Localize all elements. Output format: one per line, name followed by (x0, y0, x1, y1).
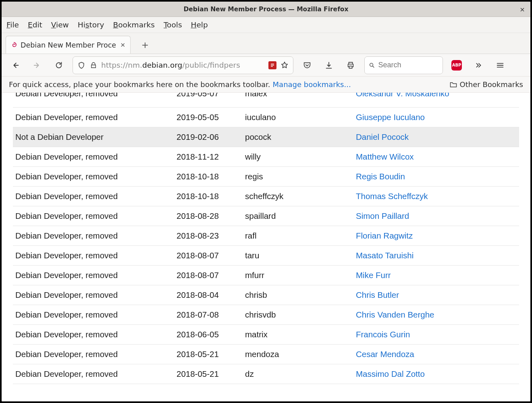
cell-uid: pocock (243, 127, 353, 147)
tab-active[interactable]: Debian New Member Proce ✕ (6, 36, 131, 54)
cell-status: Debian Developer, removed (13, 147, 174, 167)
overflow-button[interactable] (470, 57, 486, 73)
reload-button[interactable] (51, 57, 67, 73)
members-table: Debian Developer, removed2019-05-07malex… (13, 93, 519, 384)
downloads-button[interactable] (321, 57, 337, 73)
manage-bookmarks-link[interactable]: Manage bookmarks... (273, 80, 351, 89)
person-link[interactable]: Giuseppe Iuculano (356, 112, 425, 122)
person-link[interactable]: Mike Furr (356, 270, 391, 280)
table-row: Debian Developer, removed2019-05-07malex… (13, 93, 519, 108)
cell-uid: chrisb (243, 285, 353, 305)
folder-icon (449, 81, 457, 89)
cell-date: 2018-05-21 (174, 364, 243, 384)
svg-point-3 (370, 63, 373, 66)
cell-name: Cesar Mendoza (353, 345, 519, 364)
person-link[interactable]: Massimo Dal Zotto (356, 369, 425, 378)
app-menu-button[interactable] (492, 57, 508, 73)
person-link[interactable]: Cesar Mendoza (356, 349, 414, 359)
cell-uid: regis (243, 167, 353, 187)
cell-status: Debian Developer, removed (13, 246, 174, 266)
cell-name: Thomas Scheffczyk (353, 187, 519, 206)
cell-uid: iuculano (243, 108, 353, 127)
person-link[interactable]: Florian Ragwitz (356, 231, 413, 240)
search-icon (369, 62, 375, 69)
menu-view[interactable]: View (51, 21, 69, 29)
menubar: File Edit View History Bookmarks Tools H… (2, 17, 530, 33)
new-tab-button[interactable]: + (138, 37, 152, 52)
person-link[interactable]: Chris Vanden Berghe (356, 310, 434, 319)
svg-rect-1 (271, 65, 274, 66)
cell-name: Chris Vanden Berghe (353, 305, 519, 325)
window-titlebar: Debian New Member Process — Mozilla Fire… (2, 2, 530, 17)
search-bar[interactable] (364, 56, 443, 74)
other-bookmarks-button[interactable]: Other Bookmarks (449, 80, 523, 89)
menu-bookmarks[interactable]: Bookmarks (113, 21, 155, 29)
cell-date: 2018-08-23 (174, 226, 243, 246)
cell-date: 2019-02-06 (174, 127, 243, 147)
back-button[interactable] (7, 57, 23, 73)
chevrons-right-icon (474, 61, 483, 70)
person-link[interactable]: Thomas Scheffczyk (356, 191, 428, 201)
table-row: Debian Developer, removed2018-08-04chris… (13, 285, 519, 305)
cell-name: Florian Ragwitz (353, 226, 519, 246)
print-button[interactable] (343, 57, 359, 73)
person-link[interactable]: Francois Gurin (356, 330, 410, 339)
table-row: Debian Developer, removed2018-11-12willy… (13, 147, 519, 167)
menu-tools[interactable]: Tools (164, 21, 182, 29)
pocket-button[interactable] (299, 57, 315, 73)
person-link[interactable]: Simon Paillard (356, 211, 409, 220)
window-close-button[interactable]: × (518, 5, 526, 13)
reader-mode-icon[interactable] (268, 61, 277, 70)
cell-uid: taru (243, 246, 353, 266)
person-link[interactable]: Chris Butler (356, 290, 399, 299)
person-link[interactable]: Matthew Wilcox (356, 152, 414, 161)
cell-status: Debian Developer, removed (13, 108, 174, 127)
navigation-toolbar: https://nm.debian.org/public/findpers AB… (2, 54, 530, 77)
forward-button (29, 57, 45, 73)
cell-name: Daniel Pocock (353, 127, 519, 147)
cell-date: 2018-11-12 (174, 147, 243, 167)
cell-uid: mfurr (243, 266, 353, 285)
page-content: Debian Developer, removed2019-05-07malex… (2, 93, 530, 401)
table-row: Debian Developer, removed2019-05-05iucul… (13, 108, 519, 127)
cell-date: 2018-08-07 (174, 246, 243, 266)
tab-close-button[interactable]: ✕ (119, 42, 126, 49)
cell-uid: chrisvdb (243, 305, 353, 325)
table-row: Debian Developer, removed2018-10-18regis… (13, 167, 519, 187)
table-row: Debian Developer, removed2018-08-23raflF… (13, 226, 519, 246)
cell-name: Matthew Wilcox (353, 147, 519, 167)
cell-status: Not a Debian Developer (13, 127, 174, 147)
window-title: Debian New Member Process — Mozilla Fire… (183, 6, 348, 13)
menu-file[interactable]: File (6, 21, 19, 29)
cell-date: 2018-06-05 (174, 325, 243, 345)
person-link[interactable]: Oleksandr V. Moskalenko (356, 93, 449, 98)
shield-icon[interactable] (77, 61, 86, 70)
cell-status: Debian Developer, removed (13, 226, 174, 246)
person-link[interactable]: Daniel Pocock (356, 132, 409, 141)
cell-name: Regis Boudin (353, 167, 519, 187)
table-row: Debian Developer, removed2018-06-05matri… (13, 325, 519, 345)
table-row: Debian Developer, removed2018-08-28spail… (13, 206, 519, 226)
abp-button[interactable]: ABP (449, 57, 465, 73)
table-row: Not a Debian Developer2019-02-06pocockDa… (13, 127, 519, 147)
search-input[interactable] (378, 61, 438, 69)
hamburger-icon (496, 61, 505, 70)
url-text: https://nm.debian.org/public/findpers (101, 61, 265, 69)
menu-history[interactable]: History (78, 21, 104, 29)
url-bar[interactable]: https://nm.debian.org/public/findpers (73, 56, 293, 74)
abp-icon: ABP (451, 60, 462, 71)
lock-icon[interactable] (89, 61, 98, 70)
reload-icon (54, 61, 63, 70)
bookmark-star-icon[interactable] (280, 61, 289, 70)
person-link[interactable]: Masato Taruishi (356, 251, 414, 260)
person-link[interactable]: Regis Boudin (356, 172, 405, 181)
svg-rect-2 (271, 66, 273, 67)
cell-name: Oleksandr V. Moskalenko (353, 93, 519, 108)
pocket-icon (303, 61, 312, 70)
cell-status: Debian Developer, removed (13, 345, 174, 364)
bookmarks-toolbar: For quick access, place your bookmarks h… (2, 77, 530, 93)
menu-edit[interactable]: Edit (28, 21, 42, 29)
menu-help[interactable]: Help (191, 21, 208, 29)
cell-status: Debian Developer, removed (13, 187, 174, 206)
cell-date: 2018-08-04 (174, 285, 243, 305)
